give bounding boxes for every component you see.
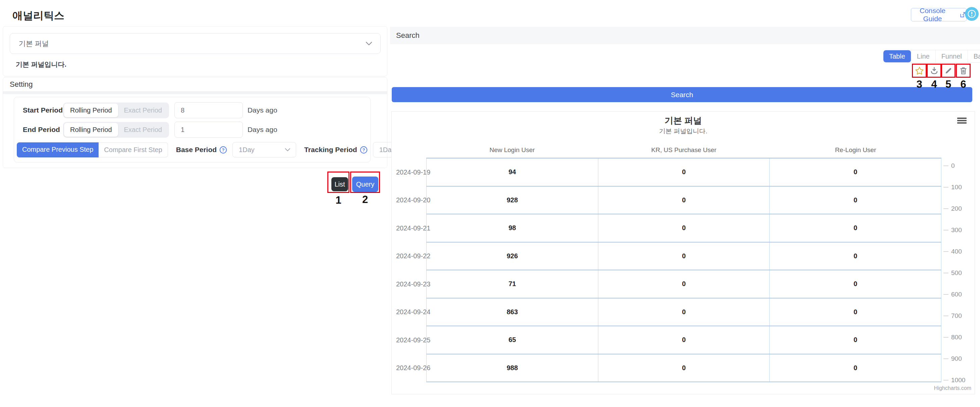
cell-value: 926 xyxy=(426,242,598,270)
base-period-label: Base Period xyxy=(176,146,217,154)
tab-funnel[interactable]: Funnel xyxy=(935,50,967,62)
start-period-input[interactable] xyxy=(174,102,243,118)
end-period-label: End Period xyxy=(23,126,63,134)
question-circle-icon[interactable]: ? xyxy=(360,146,368,154)
compare-toggle: Compare Previous Step Compare First Step xyxy=(17,143,168,157)
end-rolling-period-option[interactable]: Rolling Period xyxy=(64,123,118,137)
table-row: 2024-09-21 98 0 0 xyxy=(426,214,941,242)
compare-first-step-button[interactable]: Compare First Step xyxy=(99,143,168,157)
cell-value: 0 xyxy=(769,158,941,186)
pencil-icon xyxy=(944,67,953,75)
funnel-description: 기본 퍼널입니다. xyxy=(16,60,67,69)
end-period-suffix: Days ago xyxy=(248,126,277,134)
cell-value: 0 xyxy=(598,158,770,186)
row-date: 2024-09-24 xyxy=(396,308,430,316)
y-axis-tick: 100 xyxy=(943,184,962,191)
table-row: 2024-09-24 863 0 0 xyxy=(426,298,941,326)
cell-value: 0 xyxy=(769,214,941,242)
cell-value: 928 xyxy=(426,187,598,214)
favorite-button[interactable] xyxy=(912,63,927,78)
end-period-input[interactable] xyxy=(174,122,243,138)
table-row: 2024-09-22 926 0 0 xyxy=(426,242,941,271)
y-axis-tick: 1000 xyxy=(943,377,965,384)
cell-value: 0 xyxy=(598,214,770,242)
cell-value: 0 xyxy=(769,242,941,270)
period-settings-box: Start Period Rolling Period Exact Period… xyxy=(14,97,371,163)
column-header: New Login User xyxy=(426,146,598,154)
chevron-down-icon xyxy=(366,41,372,46)
funnel-select-value: 기본 퍼널 xyxy=(19,39,366,48)
row-date: 2024-09-22 xyxy=(396,252,430,260)
cell-value: 988 xyxy=(426,355,598,382)
start-rolling-period-option[interactable]: Rolling Period xyxy=(64,103,118,117)
search-section-header: Search xyxy=(390,27,980,44)
base-period-select[interactable]: 1Day xyxy=(232,142,296,157)
setting-card: Setting Start Period Rolling Period Exac… xyxy=(3,77,387,168)
start-exact-period-option[interactable]: Exact Period xyxy=(118,103,168,117)
trash-icon xyxy=(959,67,968,75)
setting-title: Setting xyxy=(3,78,387,92)
svg-text:?: ? xyxy=(222,147,225,152)
help-floating-button[interactable] xyxy=(965,7,978,21)
cell-value: 0 xyxy=(769,187,941,214)
star-icon xyxy=(915,66,924,76)
y-axis-tick: 700 xyxy=(943,312,962,320)
delete-button[interactable] xyxy=(956,63,970,78)
annotation-label-1: 1 xyxy=(327,194,350,206)
svg-text:?: ? xyxy=(362,147,365,152)
y-axis-tick: 200 xyxy=(943,205,962,212)
table-row: 2024-09-19 94 0 0 xyxy=(426,158,941,187)
end-period-row: End Period Rolling Period Exact Period D… xyxy=(14,121,370,138)
cell-value: 0 xyxy=(598,298,770,326)
cell-value: 0 xyxy=(598,187,770,214)
y-axis-tick: 0 xyxy=(943,162,955,169)
start-period-suffix: Days ago xyxy=(248,106,277,114)
console-guide-label: Console Guide xyxy=(911,7,954,23)
compare-settings-row: Compare Previous Step Compare First Step… xyxy=(14,141,370,158)
funnel-select[interactable]: 기본 퍼널 xyxy=(10,33,381,54)
annotation-label-2: 2 xyxy=(350,193,380,206)
cell-value: 65 xyxy=(426,326,598,354)
cell-value: 0 xyxy=(598,242,770,270)
y-axis-tick: 600 xyxy=(943,291,962,298)
cell-value: 98 xyxy=(426,214,598,242)
tab-table[interactable]: Table xyxy=(883,50,911,62)
tab-line[interactable]: Line xyxy=(911,50,935,62)
tab-bar[interactable]: Bar xyxy=(967,50,980,62)
cell-value: 0 xyxy=(598,326,770,354)
column-header: KR, US Purchase User xyxy=(598,146,770,154)
question-circle-icon[interactable]: ? xyxy=(220,146,227,154)
compare-previous-step-button[interactable]: Compare Previous Step xyxy=(17,143,99,157)
y-axis-tick: 900 xyxy=(943,355,962,363)
table-row: 2024-09-26 988 0 0 xyxy=(426,355,941,383)
cell-value: 0 xyxy=(769,326,941,354)
exclamation-circle-icon xyxy=(967,10,976,18)
highcharts-credits[interactable]: Highcharts.com xyxy=(934,385,971,391)
row-date: 2024-09-19 xyxy=(396,168,430,176)
table-row: 2024-09-20 928 0 0 xyxy=(426,187,941,215)
search-button[interactable]: Search xyxy=(392,87,972,102)
query-button[interactable]: Query xyxy=(352,177,378,192)
page-title: 애널리틱스 xyxy=(13,9,64,23)
list-button[interactable]: List xyxy=(331,177,348,191)
funnel-result-chart: 기본 퍼널 기본 퍼널입니다. New Login User KR, US Pu… xyxy=(391,111,975,394)
column-header: Re-Login User xyxy=(770,146,942,154)
console-guide-button[interactable]: Console Guide xyxy=(911,8,967,21)
y-axis-tick: 500 xyxy=(943,269,962,277)
row-date: 2024-09-20 xyxy=(396,196,430,204)
download-icon xyxy=(930,67,939,75)
funnel-card: 기본 퍼널 기본 퍼널입니다. xyxy=(3,26,387,76)
cell-value: 0 xyxy=(769,355,941,382)
setting-divider xyxy=(3,92,387,94)
row-date: 2024-09-21 xyxy=(396,224,430,232)
table-row: 2024-09-23 71 0 0 xyxy=(426,270,941,298)
end-exact-period-option[interactable]: Exact Period xyxy=(118,123,168,137)
edit-button[interactable] xyxy=(941,63,956,78)
hamburger-menu-icon[interactable] xyxy=(957,117,967,125)
row-date: 2024-09-25 xyxy=(396,336,430,344)
row-date: 2024-09-23 xyxy=(396,280,430,288)
cell-value: 0 xyxy=(598,270,770,298)
cell-value: 0 xyxy=(598,355,770,382)
end-period-toggle: Rolling Period Exact Period xyxy=(63,122,169,138)
download-button[interactable] xyxy=(927,63,942,78)
